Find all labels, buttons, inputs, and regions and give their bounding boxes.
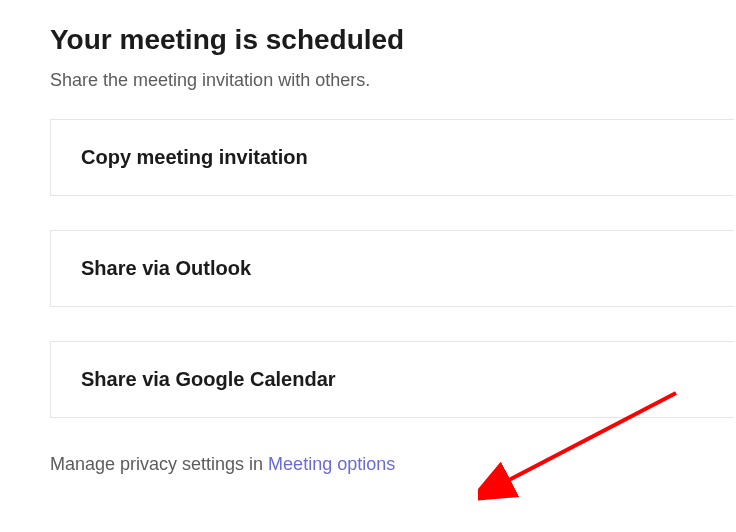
share-google-label: Share via Google Calendar <box>81 368 336 390</box>
page-subtitle: Share the meeting invitation with others… <box>50 70 736 91</box>
share-outlook-button[interactable]: Share via Outlook <box>50 230 734 307</box>
meeting-options-link[interactable]: Meeting options <box>268 454 395 474</box>
page-title: Your meeting is scheduled <box>50 24 736 56</box>
copy-invitation-button[interactable]: Copy meeting invitation <box>50 119 734 196</box>
copy-invitation-label: Copy meeting invitation <box>81 146 308 168</box>
share-outlook-label: Share via Outlook <box>81 257 251 279</box>
privacy-prefix: Manage privacy settings in <box>50 454 268 474</box>
share-google-button[interactable]: Share via Google Calendar <box>50 341 734 418</box>
privacy-footer: Manage privacy settings in Meeting optio… <box>50 454 736 475</box>
